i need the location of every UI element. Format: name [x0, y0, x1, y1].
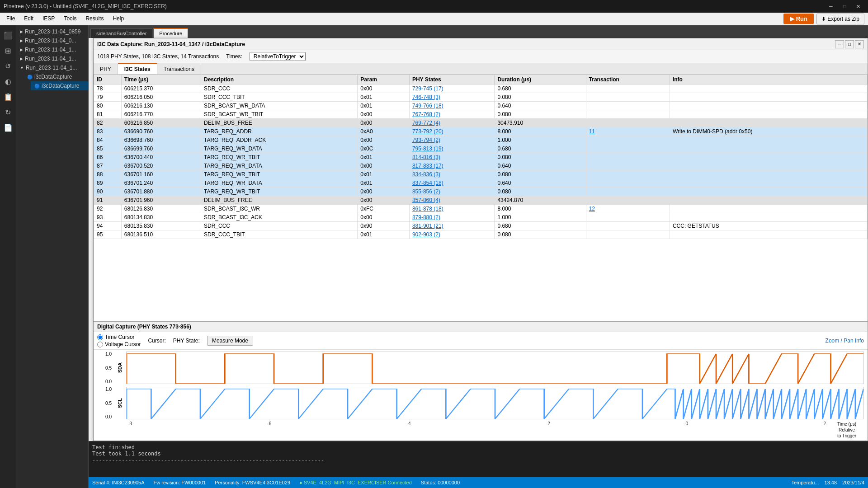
table-row[interactable]: 82 606216.850 DELIM_BUS_FREE 0x00 769-77…	[94, 119, 868, 127]
panel-icon-1[interactable]: ⬛	[2, 29, 14, 42]
measure-button[interactable]: Measure Mode	[207, 336, 253, 346]
cell-phy[interactable]: 746-748 (3)	[409, 93, 494, 102]
cell-trans[interactable]	[586, 230, 670, 239]
sidebar-item-6[interactable]: 🔵 i3cDataCapture	[31, 81, 88, 90]
table-row[interactable]: 83 636690.760 TARG_REQ_ADDR 0xA0 773-792…	[94, 127, 868, 136]
tab-sidebandbus[interactable]: sidebandBusController	[90, 28, 152, 38]
table-row[interactable]: 80 606216.130 SDR_BCAST_WR_DATA 0x01 749…	[94, 102, 868, 110]
sidebar-item-5[interactable]: 🔵 i3cDataCapture	[24, 72, 88, 81]
cell-phy[interactable]: 773-792 (20)	[409, 127, 494, 136]
sidebar-item-1[interactable]: ▶ Run_2023-11-04_0...	[16, 36, 88, 45]
panel-icon-2[interactable]: ⊞	[2, 44, 14, 57]
tab-transactions[interactable]: Transactions	[157, 63, 201, 74]
cell-trans[interactable]	[586, 188, 670, 196]
cell-trans[interactable]	[586, 179, 670, 188]
cell-phy[interactable]: 729-745 (17)	[409, 84, 494, 93]
phy-link[interactable]: 795-813 (19)	[412, 145, 443, 152]
table-row[interactable]: 79 606216.050 SDR_CCC_TBIT 0x01 746-748 …	[94, 93, 868, 102]
phy-link[interactable]: 729-745 (17)	[412, 85, 443, 92]
zoom-info[interactable]: Zoom / Pan Info	[826, 338, 864, 344]
table-container[interactable]: ID Time (μs) Description Param PHY State…	[94, 75, 868, 321]
cell-trans[interactable]	[586, 136, 670, 145]
cell-trans[interactable]	[586, 110, 670, 119]
phy-link[interactable]: 746-748 (3)	[412, 94, 440, 100]
cell-trans[interactable]: 12	[586, 205, 670, 213]
dialog-close[interactable]: ✕	[855, 40, 864, 48]
table-row[interactable]: 88 636701.160 TARG_REQ_WR_TBIT 0x01 834-…	[94, 170, 868, 179]
dialog-minimize[interactable]: ─	[835, 40, 844, 48]
panel-icon-3[interactable]: ↺	[2, 60, 14, 72]
table-row[interactable]: 93 680134.830 SDR_BCAST_I3C_ACK 0x00 879…	[94, 213, 868, 222]
menu-tools[interactable]: Tools	[59, 14, 81, 23]
tab-procedure[interactable]: Procedure	[153, 28, 188, 38]
table-row[interactable]: 84 636698.760 TARG_REQ_ADDR_ACK 0x00 793…	[94, 136, 868, 145]
trans-link[interactable]: 11	[589, 128, 595, 135]
table-row[interactable]: 90 636701.880 TARG_REQ_WR_TBIT 0x00 855-…	[94, 188, 868, 196]
panel-icon-4[interactable]: ◐	[2, 75, 14, 88]
table-row[interactable]: 89 636701.240 TARG_REQ_WR_DATA 0x01 837-…	[94, 179, 868, 188]
times-select[interactable]: RelativeToTrigger Absolute	[250, 52, 306, 61]
phy-link[interactable]: 855-856 (2)	[412, 188, 440, 195]
cell-phy[interactable]: 861-878 (18)	[409, 205, 494, 213]
table-row[interactable]: 94 680135.830 SDR_CCC 0x90 881-901 (21) …	[94, 222, 868, 230]
menu-iesp[interactable]: IESP	[38, 14, 59, 23]
menu-help[interactable]: Help	[108, 14, 128, 23]
cell-trans[interactable]	[586, 102, 670, 110]
cell-phy[interactable]: 814-816 (3)	[409, 153, 494, 162]
phy-link[interactable]: 767-768 (2)	[412, 111, 440, 117]
cell-phy[interactable]: 855-856 (2)	[409, 188, 494, 196]
trans-link[interactable]: 12	[589, 206, 595, 212]
phy-link[interactable]: 773-792 (20)	[412, 128, 443, 135]
table-row[interactable]: 87 636700.520 TARG_REQ_WR_DATA 0x00 817-…	[94, 162, 868, 170]
cell-trans[interactable]: 11	[586, 127, 670, 136]
table-row[interactable]: 92 680126.830 SDR_BCAST_I3C_WR 0xFC 861-…	[94, 205, 868, 213]
sidebar-item-2[interactable]: ▶ Run_2023-11-04_1...	[16, 45, 88, 54]
sidebar-item-3[interactable]: ▶ Run_2023-11-04_1...	[16, 54, 88, 63]
cell-trans[interactable]	[586, 213, 670, 222]
phy-link[interactable]: 902-903 (2)	[412, 231, 440, 238]
table-row[interactable]: 91 636701.960 DELIM_BUS_FREE 0x00 857-86…	[94, 196, 868, 205]
panel-icon-7[interactable]: 📄	[2, 121, 14, 134]
table-row[interactable]: 85 636699.760 TARG_REQ_WR_DATA 0x0C 795-…	[94, 145, 868, 153]
table-row[interactable]: 95 680136.510 SDR_CCC_TBIT 0x01 902-903 …	[94, 230, 868, 239]
cell-trans[interactable]	[586, 84, 670, 93]
phy-link[interactable]: 834-836 (3)	[412, 171, 440, 178]
phy-link[interactable]: 793-794 (2)	[412, 137, 440, 143]
sidebar-item-4[interactable]: ▼ Run_2023-11-04_1...	[16, 63, 88, 72]
cell-trans[interactable]	[586, 145, 670, 153]
export-button[interactable]: ⬇ Export as Zip	[816, 14, 864, 24]
table-row[interactable]: 86 636700.440 TARG_REQ_WR_TBIT 0x01 814-…	[94, 153, 868, 162]
cell-phy[interactable]: 795-813 (19)	[409, 145, 494, 153]
minimize-button[interactable]: ─	[825, 2, 837, 11]
cell-phy[interactable]: 902-903 (2)	[409, 230, 494, 239]
menu-file[interactable]: File	[2, 14, 19, 23]
cell-phy[interactable]: 769-772 (4)	[409, 119, 494, 127]
phy-link[interactable]: 769-772 (4)	[412, 120, 440, 126]
cell-trans[interactable]	[586, 119, 670, 127]
cell-trans[interactable]	[586, 222, 670, 230]
cell-phy[interactable]: 837-854 (18)	[409, 179, 494, 188]
phy-link[interactable]: 861-878 (18)	[412, 206, 443, 212]
menu-edit[interactable]: Edit	[19, 14, 38, 23]
voltage-cursor-radio[interactable]: Voltage Cursor	[97, 341, 141, 347]
close-button[interactable]: ✕	[852, 2, 864, 11]
phy-link[interactable]: 881-901 (21)	[412, 223, 443, 229]
cell-phy[interactable]: 767-768 (2)	[409, 110, 494, 119]
menu-results[interactable]: Results	[81, 14, 108, 23]
sidebar-item-0[interactable]: ▶ Run_2023-11-04_0859	[16, 27, 88, 36]
run-button[interactable]: ▶ Run	[783, 14, 814, 24]
tab-phy[interactable]: PHY	[94, 63, 118, 74]
cell-phy[interactable]: 749-766 (18)	[409, 102, 494, 110]
phy-link[interactable]: 817-833 (17)	[412, 163, 443, 169]
panel-icon-6[interactable]: ↻	[2, 106, 14, 118]
cell-trans[interactable]	[586, 170, 670, 179]
table-row[interactable]: 81 606216.770 SDR_BCAST_WR_TBIT 0x00 767…	[94, 110, 868, 119]
cell-phy[interactable]: 857-860 (4)	[409, 196, 494, 205]
cell-trans[interactable]	[586, 153, 670, 162]
dialog-maximize[interactable]: □	[845, 40, 854, 48]
cell-phy[interactable]: 817-833 (17)	[409, 162, 494, 170]
time-cursor-radio[interactable]: Time Cursor	[97, 334, 141, 340]
phy-link[interactable]: 749-766 (18)	[412, 103, 443, 109]
cell-trans[interactable]	[586, 93, 670, 102]
cell-trans[interactable]	[586, 196, 670, 205]
